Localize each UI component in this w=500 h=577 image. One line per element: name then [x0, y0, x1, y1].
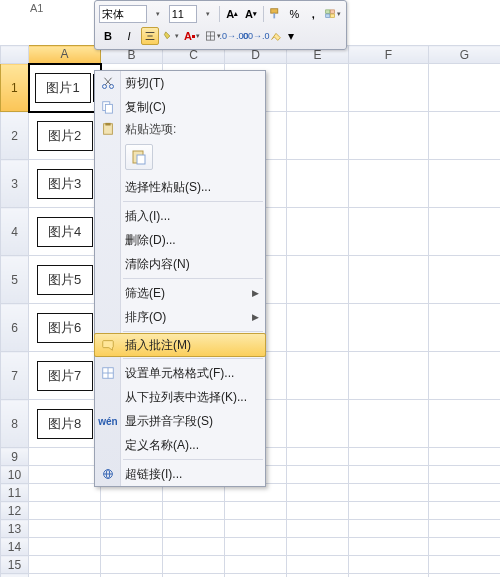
svg-rect-3 [331, 10, 335, 13]
ctx-label: 复制(C) [125, 99, 166, 116]
format-painter-icon[interactable] [268, 5, 284, 23]
submenu-arrow-icon: ▶ [252, 288, 259, 298]
context-menu: 剪切(T) 复制(C) 粘贴选项: 选择性粘贴(S)... 插入(I)... 删… [94, 70, 266, 487]
ctx-clear[interactable]: 清除内容(N) [95, 252, 265, 276]
row-header[interactable]: 7 [1, 352, 29, 400]
ctx-label: 插入(I)... [125, 208, 170, 225]
ctx-label: 定义名称(A)... [125, 437, 199, 454]
ctx-label: 设置单元格格式(F)... [125, 365, 234, 382]
ctx-label: 插入批注(M) [125, 337, 191, 354]
row-header[interactable]: 3 [1, 160, 29, 208]
ctx-filter[interactable]: 筛选(E)▶ [95, 281, 265, 305]
col-header[interactable]: F [349, 46, 429, 64]
comment-icon [100, 337, 116, 353]
decrease-decimal-icon[interactable]: .00→.0 [246, 27, 264, 45]
copy-icon [100, 99, 116, 115]
font-name-input[interactable] [99, 5, 147, 23]
svg-rect-19 [105, 123, 110, 126]
ctx-label: 从下拉列表中选择(K)... [125, 389, 247, 406]
row-header[interactable]: 12 [1, 502, 29, 520]
row-header[interactable]: 11 [1, 484, 29, 502]
increase-font-icon[interactable]: A▴ [224, 5, 240, 23]
ctx-paste-options-label: 粘贴选项: [95, 119, 265, 139]
format-cells-icon [100, 365, 116, 381]
paste-icon [100, 121, 116, 137]
svg-rect-0 [270, 9, 277, 13]
hyperlink-icon [100, 466, 116, 482]
row-header[interactable]: 8 [1, 400, 29, 448]
svg-line-14 [105, 78, 111, 85]
font-size-input[interactable] [169, 5, 197, 23]
ctx-define-name[interactable]: 定义名称(A)... [95, 433, 265, 457]
ctx-format-cells[interactable]: 设置单元格格式(F)... [95, 361, 265, 385]
row-header[interactable]: 6 [1, 304, 29, 352]
cell[interactable]: 图片6 [29, 304, 101, 352]
ctx-label: 粘贴选项: [125, 121, 176, 138]
svg-rect-1 [273, 13, 275, 18]
ctx-label: 选择性粘贴(S)... [125, 179, 211, 196]
row-header[interactable]: 10 [1, 466, 29, 484]
row-header[interactable]: 2 [1, 112, 29, 160]
submenu-arrow-icon: ▶ [252, 312, 259, 322]
select-all-corner[interactable] [1, 46, 29, 64]
ctx-copy[interactable]: 复制(C) [95, 95, 265, 119]
align-center-button[interactable] [141, 27, 159, 45]
svg-point-12 [102, 84, 106, 88]
row-header[interactable]: 9 [1, 448, 29, 466]
ctx-sort[interactable]: 排序(O)▶ [95, 305, 265, 329]
font-size-dd-icon[interactable]: ▾ [200, 5, 216, 23]
cell[interactable]: 图片4 [29, 208, 101, 256]
row-header[interactable]: 15 [1, 556, 29, 574]
cell-styles-icon[interactable]: ▾ [324, 5, 342, 23]
cell[interactable]: 图片3 [29, 160, 101, 208]
fill-color-button[interactable]: ▾ [162, 27, 180, 45]
svg-rect-17 [105, 104, 112, 113]
percent-button[interactable]: % [287, 5, 303, 23]
row-header[interactable]: 1 [1, 64, 29, 112]
cell[interactable]: 图片8 [29, 400, 101, 448]
svg-line-15 [105, 78, 111, 85]
ctx-label: 筛选(E) [125, 285, 165, 302]
cell[interactable]: 图片5 [29, 256, 101, 304]
cut-icon [100, 75, 116, 91]
italic-button[interactable]: I [120, 27, 138, 45]
col-header[interactable]: A [29, 46, 101, 64]
comma-button[interactable]: , [305, 5, 321, 23]
cell[interactable]: 图片2 [29, 112, 101, 160]
ctx-insert-comment[interactable]: 插入批注(M) [94, 333, 266, 357]
row-header[interactable]: 4 [1, 208, 29, 256]
phonetic-icon: wén [100, 413, 116, 429]
ctx-phonetic[interactable]: wén 显示拼音字段(S) [95, 409, 265, 433]
ctx-label: 排序(O) [125, 309, 166, 326]
ctx-hyperlink[interactable]: 超链接(I)... [95, 462, 265, 486]
svg-rect-2 [326, 10, 330, 13]
row-header[interactable]: 16 [1, 574, 29, 578]
ctx-delete[interactable]: 删除(D)... [95, 228, 265, 252]
decrease-font-icon[interactable]: A▾ [243, 5, 259, 23]
row-header[interactable]: 5 [1, 256, 29, 304]
ctx-insert[interactable]: 插入(I)... [95, 204, 265, 228]
ctx-label: 超链接(I)... [125, 466, 182, 483]
clear-format-dd-icon[interactable]: ▾ [288, 29, 294, 43]
cell[interactable]: 图片7 [29, 352, 101, 400]
ctx-label: 清除内容(N) [125, 256, 190, 273]
row-header[interactable]: 14 [1, 538, 29, 556]
paste-chip-icon[interactable] [125, 144, 153, 170]
col-header[interactable]: G [429, 46, 501, 64]
ctx-paste-special[interactable]: 选择性粘贴(S)... [95, 175, 265, 199]
cell-a1[interactable]: 图片1 [29, 64, 101, 112]
ctx-cut[interactable]: 剪切(T) [95, 71, 265, 95]
row-header[interactable]: 13 [1, 520, 29, 538]
ctx-label: 删除(D)... [125, 232, 176, 249]
svg-rect-5 [331, 14, 335, 17]
font-color-button[interactable]: A▾ [183, 27, 201, 45]
ctx-label: 剪切(T) [125, 75, 164, 92]
svg-rect-21 [137, 155, 145, 164]
clear-format-icon[interactable] [267, 27, 285, 45]
mini-toolbar: ▾ ▾ A▴ A▾ % , ▾ B I ▾ A▾ ▾ . [94, 0, 347, 50]
name-box[interactable]: A1 [30, 2, 43, 14]
ctx-pick-list[interactable]: 从下拉列表中选择(K)... [95, 385, 265, 409]
font-name-dd-icon[interactable]: ▾ [150, 5, 166, 23]
svg-rect-4 [326, 14, 330, 17]
bold-button[interactable]: B [99, 27, 117, 45]
